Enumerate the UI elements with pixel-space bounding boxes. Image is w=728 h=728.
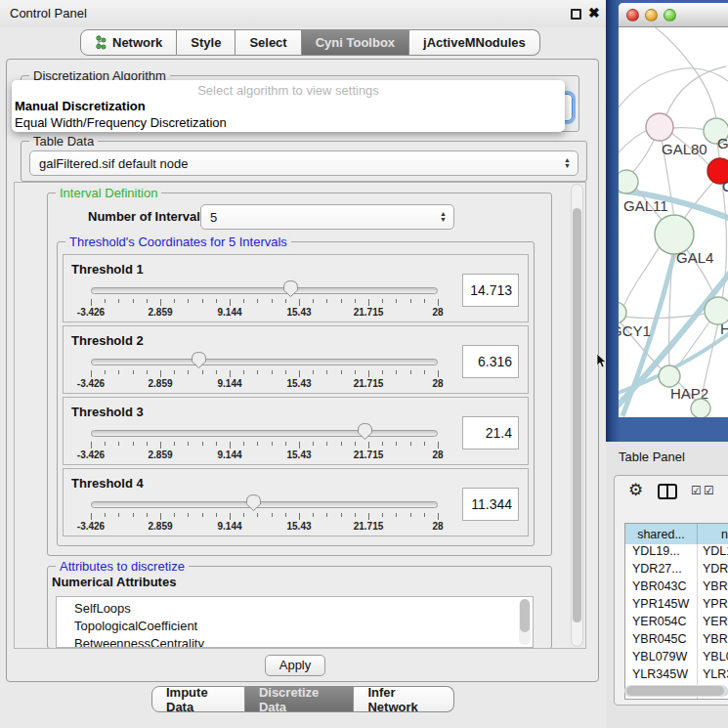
tab-network[interactable]: Network [80,29,177,56]
cell-name[interactable]: YDR2 [698,562,728,579]
slider-tick [202,370,203,374]
threshold-slider[interactable]: -3.4262.8599.14415.4321.71528 [91,423,438,462]
cell-name[interactable]: YER0 [698,615,728,632]
control-panel: Control Panel ✖ Network Style Select Cyn… [0,0,606,728]
network-node[interactable] [619,170,638,193]
cell-name[interactable]: YDL1 [698,544,728,562]
popup-option-equal-width[interactable]: Equal Width/Frequency Discretization [15,115,227,130]
tab-select[interactable]: Select [236,29,301,56]
cell-shared-name[interactable]: YDR27... [625,562,698,579]
threshold-slider[interactable]: -3.4262.8599.14415.4321.71528 [91,494,438,534]
attribute-list-item[interactable]: BetweennessCentrality [57,635,533,648]
popup-option-manual-discretization[interactable]: Manual Discretization [15,99,146,113]
attributes-list[interactable]: SelfLoopsTopologicalCoefficientBetweenne… [56,596,534,648]
stepper-arrows-icon: ▲▼ [564,157,571,169]
slider-thumb[interactable] [282,279,299,298]
column-header-name[interactable]: n [698,524,728,544]
cell-shared-name[interactable]: YBR045C [625,632,698,650]
gear-icon[interactable]: ⚙ [628,480,643,500]
table-row[interactable]: YDL19...YDL1 [625,544,728,562]
slider-tick [118,299,119,303]
zoom-traffic-light[interactable] [664,9,676,21]
threshold-value-field[interactable]: 11.344 [462,488,519,521]
table-row[interactable]: YDR27...YDR2 [625,562,728,579]
slider-thumb[interactable] [245,493,262,512]
slider-axis-label: 15.43 [286,307,311,318]
attributes-list-scrollbar[interactable] [519,599,531,645]
slider-track[interactable] [91,287,438,294]
slider-tick [272,370,273,374]
close-icon[interactable]: ✖ [588,5,600,21]
checkbox-icon[interactable]: ☑ [691,484,702,497]
attribute-list-item[interactable]: SelfLoops [57,600,533,618]
cell-shared-name[interactable]: YPR145W [625,597,698,615]
table-row[interactable]: YBL079WYBL0 [625,650,728,667]
threshold-slider[interactable]: -3.4262.8599.14415.4321.71528 [91,280,438,320]
cell-name[interactable]: YBR0 [698,632,728,650]
table-row[interactable]: YPR145WYPR1 [625,597,728,615]
slider-tick [313,370,314,374]
cell-shared-name[interactable]: YBL079W [625,650,698,667]
network-canvas[interactable]: GAL80GACGAL11GAL4GCY1HHAP2 [619,27,728,417]
tab-cyni-toolbox[interactable]: Cyni Toolbox [302,29,409,56]
minimize-traffic-light[interactable] [645,9,658,21]
split-columns-icon[interactable] [658,484,677,499]
table-row[interactable]: YLR345WYLR3 [625,667,728,685]
network-node[interactable] [619,302,626,323]
network-node[interactable] [655,215,694,254]
table-horizontal-scrollbar[interactable] [624,685,728,697]
tab-jactivemnodules[interactable]: jActiveMNodules [409,29,540,56]
threshold-value-field[interactable]: 21.4 [462,416,519,450]
cell-shared-name[interactable]: YDL19... [625,544,698,562]
tab-impute-data[interactable]: Impute Data [151,686,245,712]
network-window-titlebar[interactable] [619,3,728,27]
slider-track[interactable] [91,359,438,365]
tab-discretize-data[interactable]: Discretize Data [245,686,355,712]
slider-tick [188,299,189,303]
table-row[interactable]: YER054CYER0 [625,615,728,632]
cell-name[interactable]: YBR0 [698,579,728,597]
threshold-value-field[interactable]: 14.713 [462,274,519,307]
app-root: Control Panel ✖ Network Style Select Cyn… [0,0,728,728]
tab-style[interactable]: Style [177,29,236,56]
tab-label: Discretize Data [259,685,340,714]
attribute-list-item[interactable]: TopologicalCoefficient [57,618,533,635]
slider-thumb[interactable] [191,351,207,369]
table-row[interactable]: YBR045CYBR0 [625,632,728,650]
threshold-value-field[interactable]: 6.316 [462,345,519,378]
network-node[interactable] [659,365,680,387]
table-rows: YDL19...YDL1YDR27...YDR2YBR043CYBR0YPR14… [625,544,728,699]
slider-tick [424,442,425,446]
cell-name[interactable]: YLR3 [698,667,728,685]
close-traffic-light[interactable] [626,9,639,21]
slider-track[interactable] [91,430,438,437]
checkbox-icon[interactable]: ☑ [704,484,714,497]
tab-label: Style [191,35,221,50]
num-intervals-combo[interactable]: 5 ▲▼ [200,204,454,230]
slider-tick [299,513,300,520]
cell-shared-name[interactable]: YER054C [625,615,698,632]
slider-track[interactable] [91,501,438,508]
cell-shared-name[interactable]: YLR345W [625,667,698,685]
slider-tick [326,299,327,303]
slider-axis-label: 9.144 [217,521,241,532]
table-row[interactable]: YBR043CYBR0 [625,579,728,597]
cell-name[interactable]: YBL0 [698,650,728,667]
column-header-shared-name[interactable]: shared... [625,524,698,544]
settings-vertical-scrollbar[interactable] [571,184,583,647]
network-node-label: GAL11 [623,197,668,214]
network-node[interactable] [691,399,710,417]
network-window[interactable]: GAL80GACGAL11GAL4GCY1HHAP2 [619,3,728,417]
slider-thumb[interactable] [357,422,373,441]
slider-axis-label: 9.144 [217,378,241,389]
cell-name[interactable]: YPR1 [698,597,728,615]
apply-button[interactable]: Apply [265,655,325,676]
tab-infer-network[interactable]: Infer Network [354,686,454,712]
network-node[interactable] [646,113,673,141]
table-data-combo[interactable]: galFiltered.sif default node ▲▼ [29,150,578,176]
float-window-icon[interactable] [571,9,581,20]
threshold-slider[interactable]: -3.4262.8599.14415.4321.71528 [91,352,438,391]
threshold-row: Threshold 1-3.4262.8599.14415.4321.71528… [63,254,529,322]
cell-shared-name[interactable]: YBR043C [625,579,698,597]
slider-tick [230,513,231,520]
